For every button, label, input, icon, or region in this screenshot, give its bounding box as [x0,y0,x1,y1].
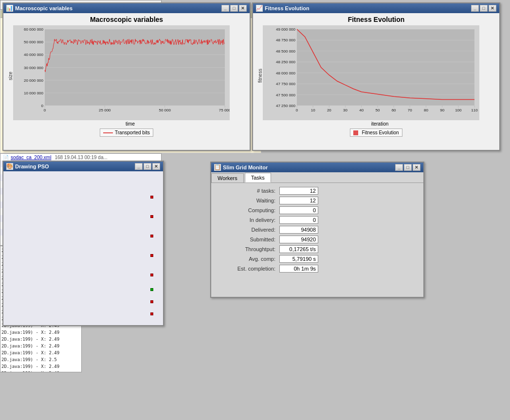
console-line: 2D.java:199) - X: 2.49 [1,329,80,336]
slimgrid-row-value: 0h 1m 9s [279,265,318,273]
slimgrid-row-label: Est. completion: [221,266,279,272]
slim-grid-monitor-window: 📋 Slim Grid Monitor _ □ ✕ Workers Tasks … [210,162,424,298]
macro-titlebar: 📊 Macroscopic variables _ □ ✕ [3,3,250,13]
fitness-evolution-window: 📈 Fitness Evolution _ □ ✕ Fitness Evolut… [252,2,500,151]
slimgrid-row-value: 0,17265 t/s [279,245,318,253]
slimgrid-titlebar: 📋 Slim Grid Monitor _ □ ✕ [211,163,423,172]
fitness-legend-square-icon [353,130,358,135]
fitness-chart-title: Fitness Evolution [255,16,497,23]
slimgrid-controls: _ □ ✕ [395,164,420,171]
particle-4 [150,254,153,257]
console-line: 2D.java:199) - X: 2.49 [1,349,80,356]
file-item-name: sodac_ca_200.xml [11,155,51,160]
slimgrid-row-label: Delivered: [221,227,279,233]
slimgrid-row-value: 12 [279,187,318,195]
slimgrid-tabs-bar: Workers Tasks [211,172,423,183]
macro-y-axis-label: size [6,25,13,127]
slimgrid-row-label: Throughtput: [221,246,279,252]
slimgrid-maximize-button[interactable]: □ [404,164,412,171]
particle-green [150,288,153,291]
slimgrid-row-value: 94920 [279,236,318,243]
slimgrid-row: Throughtput: 0,17265 t/s [221,245,414,253]
fitness-minimize-button[interactable]: _ [471,5,479,12]
slimgrid-title: Slim Grid Monitor [223,164,268,170]
particle-7 [150,300,153,303]
slimgrid-row: Delivered: 94908 [221,226,414,234]
fitness-maximize-button[interactable]: □ [480,5,488,12]
fitness-chart-canvas [263,25,479,120]
file-item-info: 168 19.04.13 00:19 da... [55,155,107,160]
macro-close-button[interactable]: ✕ [239,5,247,12]
slimgrid-content: # tasks: 12 Waiting: 12 Computing: 0 In … [211,183,423,285]
fitness-close-button[interactable]: ✕ [489,5,496,12]
particle-3 [150,235,153,237]
slimgrid-row: Submitted: 94920 [221,236,414,243]
drawing-window-title: Drawing PSO [15,164,49,169]
slimgrid-close-button[interactable]: ✕ [413,164,420,171]
drawing-window-controls: _ □ ✕ [135,163,160,170]
slimgrid-row-value: 12 [279,197,318,204]
macro-chart-canvas [13,25,230,120]
slimgrid-row: # tasks: 12 [221,187,414,195]
macro-chart-title: Macroscopic variables [6,16,247,23]
drawing-pso-window: 🎨 Drawing PSO _ □ ✕ [2,161,164,326]
macro-legend-label: Transported bits [115,130,150,135]
fitness-window-icon: 📈 [256,5,263,12]
drawing-canvas-area [3,171,163,325]
macro-maximize-button[interactable]: □ [230,5,238,12]
particle-1 [150,196,153,199]
fitness-x-axis-label: iteration [263,121,497,127]
slimgrid-row-label: Waiting: [221,198,279,203]
fitness-legend-label: Fitness Evolution [362,130,399,135]
drawing-close-button[interactable]: ✕ [152,163,160,170]
tab-workers[interactable]: Workers [211,173,244,183]
slimgrid-row: In delivery: 0 [221,216,414,224]
slimgrid-icon: 📋 [214,164,221,171]
fitness-window-controls: _ □ ✕ [471,5,496,12]
file-xml-icon: 📄 [2,154,9,160]
macro-window-title: Macroscopic variables [15,5,73,11]
macro-window-icon: 📊 [6,5,13,12]
drawing-maximize-button[interactable]: □ [144,163,151,170]
console-line: 2D.java:199) - X: 2.5 [1,356,80,363]
fitness-legend: Fitness Evolution [255,128,497,137]
fitness-titlebar: 📈 Fitness Evolution _ □ ✕ [253,3,499,13]
slimgrid-row: Computing: 0 [221,206,414,214]
drawing-minimize-button[interactable]: _ [135,163,143,170]
list-item[interactable]: 📄 sodac_ca_200.xml 168 19.04.13 00:19 da… [0,154,161,161]
slimgrid-row-value: 0 [279,216,318,224]
slimgrid-row-value: 94908 [279,226,318,234]
slimgrid-row-value: 5,79190 s [279,255,318,263]
slimgrid-row-value: 0 [279,206,318,214]
slimgrid-row: Est. completion: 0h 1m 9s [221,265,414,273]
tab-tasks[interactable]: Tasks [245,173,271,183]
slimgrid-row: Waiting: 12 [221,197,414,204]
slimgrid-row-label: Submitted: [221,237,279,242]
slimgrid-row: Avg. comp: 5,79190 s [221,255,414,263]
console-line: 2D.java:199) - X: 2.49 [1,370,80,372]
fitness-window-title: Fitness Evolution [265,5,310,11]
slimgrid-row-label: Computing: [221,207,279,213]
fitness-y-axis-label: fitness [255,25,263,127]
macro-legend-line-icon [103,132,113,133]
particle-5 [150,274,153,276]
slimgrid-row-label: Avg. comp: [221,256,279,262]
slimgrid-row-label: In delivery: [221,217,279,223]
slimgrid-row-label: # tasks: [221,188,279,194]
slimgrid-minimize-button[interactable]: _ [395,164,403,171]
drawing-window-icon: 🎨 [6,163,13,170]
macroscopic-variables-window: 📊 Macroscopic variables _ □ ✕ Macroscopi… [2,2,251,151]
console-line: 2D.java:199) - X: 2.49 [1,363,80,370]
macro-minimize-button[interactable]: _ [221,5,229,12]
macro-window-controls: _ □ ✕ [221,5,247,12]
console-line: 2D.java:199) - X: 2.49 [1,336,80,343]
drawing-titlebar: 🎨 Drawing PSO _ □ ✕ [3,162,163,171]
macro-x-axis-label: time [13,121,247,127]
particle-8 [150,312,153,315]
particle-2 [150,215,153,218]
macro-legend: Transported bits [6,128,247,137]
console-line: 2D.java:199) - X: 2.49 [1,343,80,349]
